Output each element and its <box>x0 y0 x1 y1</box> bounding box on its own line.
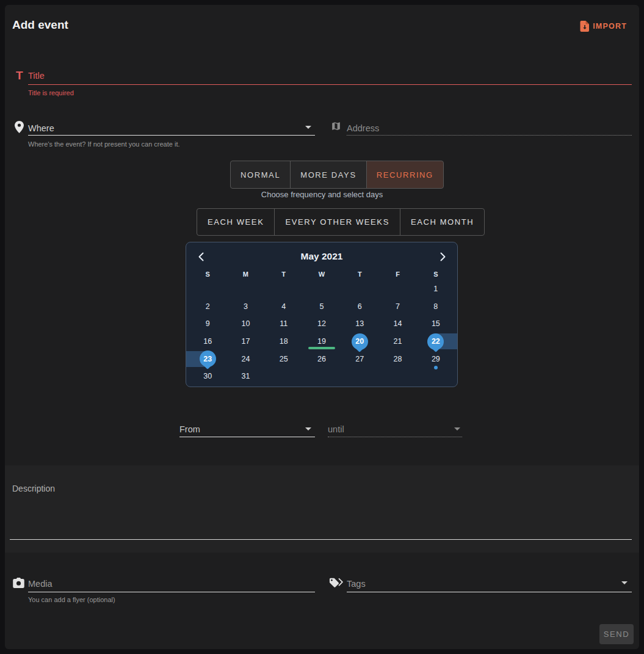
calendar-day[interactable]: 22 <box>417 333 455 351</box>
next-month-button[interactable] <box>434 248 451 265</box>
where-helper-text: Where's the event? If not present you ca… <box>28 140 180 148</box>
calendar-day[interactable]: 12 <box>303 315 341 333</box>
frequency-each-month[interactable]: EACH MONTH <box>400 209 484 235</box>
day-number: 29 <box>432 355 440 363</box>
calendar-day[interactable]: 16 <box>189 333 226 351</box>
calendar-day[interactable]: 11 <box>265 315 303 333</box>
from-dropdown-caret[interactable] <box>305 427 311 431</box>
calendar-weekday-label: T <box>265 268 303 280</box>
day-number: 21 <box>394 337 402 346</box>
where-underline <box>28 135 315 136</box>
page-title: Add event <box>12 18 68 32</box>
frequency-hint: Choose frequency and select days <box>5 190 639 199</box>
until-time-select[interactable]: until <box>328 424 344 434</box>
map-icon <box>331 121 341 134</box>
day-number: 18 <box>280 337 288 346</box>
day-number: 13 <box>355 319 364 328</box>
import-button-label: IMPORT <box>593 22 627 31</box>
media-helper-text: You can add a flyer (optional) <box>28 596 115 603</box>
calendar-day[interactable]: 18 <box>265 333 303 351</box>
calendar-day[interactable]: 3 <box>226 298 264 316</box>
description-underline <box>10 539 632 540</box>
tags-select[interactable]: Tags <box>347 579 366 589</box>
calendar-day[interactable]: 20 <box>341 333 378 351</box>
calendar-day[interactable]: 4 <box>265 298 303 316</box>
calendar-day[interactable]: 27 <box>341 350 378 368</box>
address-input[interactable]: Address <box>347 123 379 133</box>
media-input[interactable]: Media <box>28 579 52 589</box>
add-event-dialog: Add event IMPORT T Title Title is requir… <box>5 5 639 649</box>
calendar-weekday-label: M <box>226 268 264 280</box>
chevron-left-icon <box>198 252 204 261</box>
description-input[interactable]: Description <box>12 484 55 493</box>
calendar-day[interactable]: 29 <box>417 350 455 368</box>
camera-icon <box>13 578 24 590</box>
day-number: 2 <box>206 302 210 311</box>
day-number: 17 <box>241 337 250 346</box>
frequency-every-other-weeks[interactable]: EVERY OTHER WEEKS <box>274 209 399 235</box>
calendar-day[interactable]: 2 <box>189 298 226 316</box>
selected-day-marker: 23 <box>200 351 216 367</box>
calendar-day[interactable]: 17 <box>226 333 264 351</box>
calendar-day[interactable]: 1 <box>417 280 455 298</box>
calendar-day[interactable]: 23 <box>189 350 226 368</box>
title-input[interactable]: Title <box>28 71 45 81</box>
tags-dropdown-caret[interactable] <box>621 581 628 584</box>
import-button[interactable]: IMPORT <box>576 18 631 34</box>
calendar-day[interactable]: 7 <box>378 298 416 316</box>
calendar-weekday-label: S <box>189 268 226 280</box>
tags-icon <box>329 578 344 591</box>
tab-normal[interactable]: NORMAL <box>231 161 290 188</box>
calendar-day[interactable]: 25 <box>265 350 303 368</box>
calendar-day[interactable]: 9 <box>189 315 226 333</box>
day-number: 7 <box>396 302 400 311</box>
location-pin-icon <box>15 121 24 136</box>
calendar-day[interactable]: 15 <box>417 315 455 333</box>
tab-recurring[interactable]: RECURRING <box>366 161 443 188</box>
day-number: 27 <box>355 355 364 363</box>
calendar-day[interactable]: 28 <box>378 350 416 368</box>
calendar-day[interactable]: 19 <box>303 333 341 351</box>
calendar-day[interactable]: 26 <box>303 350 341 368</box>
where-dropdown-caret[interactable] <box>305 126 311 129</box>
event-type-tabs: NORMAL MORE DAYS RECURRING <box>230 161 444 189</box>
day-number: 19 <box>317 337 326 346</box>
until-underline <box>328 437 462 437</box>
calendar-day[interactable]: 13 <box>341 315 378 333</box>
send-button[interactable]: SEND <box>599 624 634 644</box>
calendar-day-empty <box>341 280 378 298</box>
day-number: 4 <box>281 302 286 311</box>
media-underline <box>28 592 315 592</box>
calendar-weekday-label: T <box>341 268 378 280</box>
calendar-header: May 2021 <box>186 246 457 267</box>
calendar-day[interactable]: 30 <box>189 368 226 385</box>
tab-more-days[interactable]: MORE DAYS <box>290 161 366 188</box>
calendar-day[interactable]: 10 <box>226 315 264 333</box>
calendar-day[interactable]: 5 <box>303 298 341 316</box>
calendar-day[interactable]: 31 <box>226 368 264 385</box>
title-underline <box>28 84 632 85</box>
calendar-day[interactable]: 14 <box>378 315 416 333</box>
day-number: 1 <box>433 285 438 293</box>
calendar-day[interactable]: 6 <box>341 298 378 316</box>
calendar-day[interactable]: 24 <box>226 350 264 368</box>
from-underline <box>179 437 315 437</box>
where-select[interactable]: Where <box>28 123 54 133</box>
calendar-day[interactable]: 8 <box>417 298 455 316</box>
day-number: 15 <box>432 319 440 328</box>
day-number: 31 <box>241 372 250 380</box>
day-number: 30 <box>203 372 212 380</box>
calendar-day[interactable]: 21 <box>378 333 416 351</box>
day-number: 10 <box>241 319 250 328</box>
calendar-day-grid: 1234567891011121314151617181920212223242… <box>186 280 457 385</box>
selected-day-marker: 20 <box>352 333 368 350</box>
address-underline <box>347 135 632 136</box>
day-number: 3 <box>244 302 248 311</box>
calendar-day-empty <box>265 368 303 385</box>
import-file-icon <box>580 21 590 32</box>
from-time-select[interactable]: From <box>179 424 200 434</box>
calendar-weekday-label: W <box>303 268 341 280</box>
frequency-each-week[interactable]: EACH WEEK <box>197 209 274 235</box>
previous-month-button[interactable] <box>192 248 209 265</box>
calendar-day-empty <box>265 280 303 298</box>
